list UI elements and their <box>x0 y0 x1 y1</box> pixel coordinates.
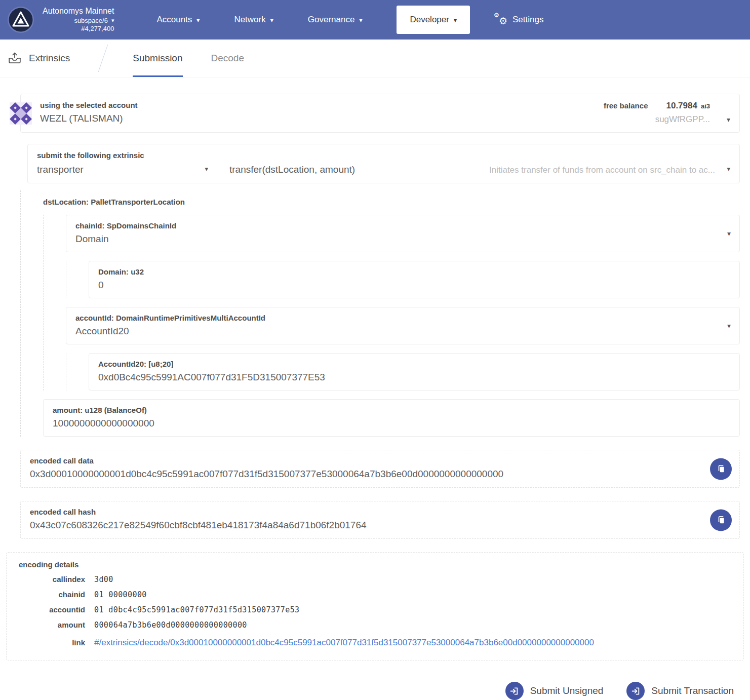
extrinsic-section-label: submit the following extrinsic <box>37 151 730 160</box>
autonomys-logo[interactable] <box>7 6 34 33</box>
free-balance-label: free balance <box>604 101 648 110</box>
encoded-call-hash-box: encoded call hash 0x43c07c608326c217e825… <box>20 501 740 539</box>
detail-value: 01 00000000 <box>94 590 147 599</box>
accountid-value: AccountId20 <box>75 326 711 337</box>
amount-value[interactable]: 1000000000000000000 <box>53 418 711 429</box>
account-label: using the selected account <box>40 101 138 109</box>
menu-developer-label: Developer <box>410 15 449 25</box>
submit-transaction-label: Submit Transaction <box>651 685 734 696</box>
accountid-label: accountId: DomainRuntimePrimitivesMultiA… <box>75 314 711 322</box>
free-balance-unit: ai3 <box>701 102 710 110</box>
tab-decode[interactable]: Decode <box>211 40 245 77</box>
params-level-1: chainId: SpDomainsChainId Domain ▾ Domai… <box>43 215 740 391</box>
tab-submission[interactable]: Submission <box>133 40 182 77</box>
detail-key: chainid <box>19 590 85 599</box>
copy-call-hash-button[interactable] <box>710 509 732 531</box>
encoded-call-hash-value: 0x43c07c608326c217e82549f60cbf8cbf481eb4… <box>30 520 694 531</box>
accountid20-input[interactable]: AccountId20: [u8;20] 0xd0Bc4c95c5991AC00… <box>89 353 740 391</box>
account-identicon[interactable] <box>10 102 32 125</box>
identicon-image <box>10 102 32 125</box>
detail-row-callindex: callindex 3d00 <box>19 575 734 584</box>
detail-row-accountid: accountid 01 d0bc4c95c5991ac007f077d31f5… <box>19 605 734 614</box>
method-description: Initiates transfer of funds from account… <box>489 165 715 175</box>
chevron-down-icon: ▾ <box>727 230 731 237</box>
extrinsic-select-box: submit the following extrinsic transport… <box>27 144 740 183</box>
menu-developer[interactable]: Developer ▾ <box>397 6 470 34</box>
menu-accounts-label: Accounts <box>156 15 192 25</box>
detail-row-amount: amount 000064a7b3b6e00d0000000000000000 <box>19 620 734 630</box>
detail-key: link <box>19 638 85 647</box>
copy-call-data-button[interactable] <box>710 458 732 480</box>
encoded-call-hash-label: encoded call hash <box>30 508 694 516</box>
method-dropdown[interactable]: transfer(dstLocation, amount) Initiates … <box>229 164 730 175</box>
account-balance-block: free balance 10.7984 ai3 sugWfRGPP... <box>604 101 729 125</box>
menu-governance[interactable]: Governance ▾ <box>302 15 369 25</box>
submit-transaction-button[interactable]: Submit Transaction <box>626 682 734 700</box>
chevron-down-icon: ▾ <box>727 322 731 329</box>
account-name: WEZL (TALISMAN) <box>40 113 138 124</box>
amount-label: amount: u128 (BalanceOf) <box>53 406 711 414</box>
detail-value: 3d00 <box>94 575 113 584</box>
chainid-dropdown[interactable]: chainId: SpDomainsChainId Domain ▾ <box>66 215 740 252</box>
submit-unsigned-button[interactable]: Submit Unsigned <box>505 682 604 700</box>
gear-icon: ⚙⚙ <box>494 14 507 26</box>
domain-input[interactable]: Domain: u32 0 <box>89 261 740 298</box>
pallet-dropdown[interactable]: transporter ▾ <box>37 164 208 175</box>
extrinsic-builder: submit the following extrinsic transport… <box>20 144 740 437</box>
pallet-value: transporter <box>37 164 84 175</box>
accountid20-value[interactable]: 0xd0Bc4c95c5991AC007f077d31F5D315007377E… <box>98 372 711 383</box>
main-content: using the selected account WEZL (TALISMA… <box>0 77 750 700</box>
chevron-down-icon: ▾ <box>205 166 208 172</box>
menu-network-label: Network <box>234 15 265 25</box>
extrinsics-section-head: Extrinsics <box>8 40 93 77</box>
params-level-2b: AccountId20: [u8;20] 0xd0Bc4c95c5991AC00… <box>66 353 740 391</box>
chain-route: subspace/6 <box>74 17 108 25</box>
param-dstlocation-label: dstLocation: PalletTransporterLocation <box>43 191 740 206</box>
params-level-0: dstLocation: PalletTransporterLocation c… <box>20 190 740 437</box>
app-title: Autonomys Mainnet <box>43 6 114 17</box>
chevron-down-icon: ▾ <box>454 16 457 23</box>
menu-settings[interactable]: ⚙⚙ Settings <box>488 14 549 26</box>
detail-row-link: link #/extrinsics/decode/0x3d00010000000… <box>19 638 734 648</box>
menu-network[interactable]: Network ▾ <box>228 15 279 25</box>
chevron-down-icon: ▾ <box>359 16 362 23</box>
chain-selector[interactable]: Autonomys Mainnet subspace/6 ▾ #4,277,40… <box>43 6 114 34</box>
block-number: #4,277,400 <box>43 25 114 33</box>
sign-in-icon <box>626 682 645 700</box>
detail-row-chainid: chainid 01 00000000 <box>19 590 734 599</box>
detail-value: 000064a7b3b6e00d0000000000000000 <box>94 620 247 630</box>
account-info: using the selected account WEZL (TALISMA… <box>40 101 138 124</box>
autonomys-logo-icon <box>7 6 34 33</box>
account-selector[interactable]: using the selected account WEZL (TALISMA… <box>20 94 740 133</box>
page-tabbar: Extrinsics Submission Decode <box>0 40 750 77</box>
encoding-details-box: encoding details callindex 3d00 chainid … <box>6 552 744 660</box>
submit-unsigned-label: Submit Unsigned <box>530 685 604 696</box>
encoding-details-title: encoding details <box>19 560 734 569</box>
chevron-down-icon: ▾ <box>111 18 114 23</box>
account-address-short: sugWfRGPP... <box>655 114 710 124</box>
menu-accounts[interactable]: Accounts ▾ <box>150 15 206 25</box>
accountid20-label: AccountId20: [u8;20] <box>98 360 711 368</box>
menu-settings-label: Settings <box>512 15 543 25</box>
amount-input[interactable]: amount: u128 (BalanceOf) 100000000000000… <box>43 399 740 437</box>
submit-actions: Submit Unsigned Submit Transaction <box>20 682 734 700</box>
accountid-dropdown[interactable]: accountId: DomainRuntimePrimitivesMultiA… <box>66 307 740 344</box>
detail-key: amount <box>19 620 85 629</box>
encoded-call-data-box: encoded call data 0x3d00010000000001d0bc… <box>20 450 740 488</box>
chevron-down-icon[interactable]: ▾ <box>727 116 730 123</box>
domain-label: Domain: u32 <box>98 267 711 276</box>
main-menu: Accounts ▾ Network ▾ Governance ▾ Develo… <box>139 6 737 34</box>
detail-key: callindex <box>19 575 85 584</box>
domain-value[interactable]: 0 <box>98 280 711 291</box>
top-navbar: Autonomys Mainnet subspace/6 ▾ #4,277,40… <box>0 0 750 40</box>
copy-icon <box>717 516 726 525</box>
params-level-2: Domain: u32 0 <box>66 261 740 298</box>
copy-icon <box>717 464 726 474</box>
encoded-call-data-label: encoded call data <box>30 456 694 465</box>
chevron-down-icon: ▾ <box>270 16 273 23</box>
menu-governance-label: Governance <box>308 15 355 25</box>
sign-in-icon <box>505 682 524 700</box>
chainid-label: chainId: SpDomainsChainId <box>75 221 711 230</box>
decode-link[interactable]: #/extrinsics/decode/0x3d00010000000001d0… <box>94 638 594 648</box>
method-value: transfer(dstLocation, amount) <box>229 164 355 175</box>
